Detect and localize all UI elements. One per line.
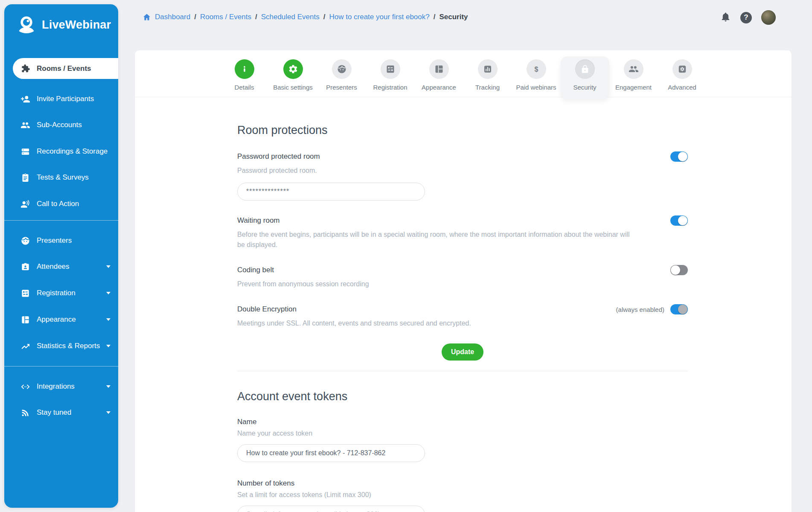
info-icon xyxy=(239,64,250,74)
storage-icon xyxy=(20,147,30,157)
field-label: Name xyxy=(237,418,688,426)
sidebar-item-label: Attendees xyxy=(37,262,70,271)
face-icon xyxy=(20,236,30,246)
sidebar-item-recordings-storage[interactable]: Recordings & Storage xyxy=(9,142,118,161)
tab-engagement[interactable]: Engagement xyxy=(609,56,658,91)
section-divider xyxy=(237,371,688,371)
sidebar-item-integrations[interactable]: Integrations xyxy=(9,377,118,396)
security-content: Room protections Password protected room… xyxy=(135,97,688,512)
setting-description: Meetings under SSL. All content, events … xyxy=(237,318,636,329)
sidebar-item-label: Sub-Accounts xyxy=(37,121,82,129)
puzzle-icon xyxy=(20,64,30,73)
breadcrumb-separator: / xyxy=(434,13,436,21)
sidebar-item-label: Invite Participants xyxy=(37,95,94,103)
bell-icon xyxy=(720,12,731,22)
trend-up-icon xyxy=(20,341,30,351)
user-avatar[interactable] xyxy=(761,10,776,25)
sidebar-item-rooms-events[interactable]: Rooms / Events xyxy=(13,58,118,79)
tab-tracking[interactable]: Tracking xyxy=(463,56,512,91)
tab-details[interactable]: Details xyxy=(220,56,269,91)
token-limit-input[interactable] xyxy=(237,506,425,512)
field-label: Number of tokens xyxy=(237,479,688,488)
sidebar-divider xyxy=(4,220,118,221)
tab-advanced[interactable]: Advanced xyxy=(658,56,707,91)
sidebar-divider xyxy=(4,366,118,367)
sidebar-item-attendees[interactable]: Attendees xyxy=(9,257,118,276)
notifications-button[interactable] xyxy=(720,12,731,24)
sidebar-item-invite-participants[interactable]: Invite Participants xyxy=(9,90,118,108)
chevron-down-icon xyxy=(106,345,111,347)
field-token-name: Name Name your access token xyxy=(237,418,688,462)
breadcrumb-link-rooms-events[interactable]: Rooms / Events xyxy=(200,13,251,21)
webcam-icon xyxy=(15,14,38,36)
settings-card: Details Basic settings Presenters Regist… xyxy=(135,50,792,512)
chevron-down-icon xyxy=(106,265,111,268)
setting-label: Password protected room xyxy=(237,152,320,161)
svg-text:$: $ xyxy=(534,66,538,73)
setting-description: Before the event begins, participants wi… xyxy=(237,230,636,250)
setting-label: Waiting room xyxy=(237,216,280,225)
sidebar-item-sub-accounts[interactable]: Sub-Accounts xyxy=(9,116,118,134)
setting-waiting-room: Waiting room Before the event begins, pa… xyxy=(237,215,688,250)
sidebar-item-appearance[interactable]: Appearance xyxy=(9,310,118,329)
livewebinar-app: LiveWebinar Rooms / Events Invite Partic… xyxy=(0,0,812,512)
setting-description: Password protected room. xyxy=(237,166,636,176)
topbar-actions: ? xyxy=(720,10,776,25)
help-button[interactable]: ? xyxy=(740,12,752,23)
setting-double-encryption: Double Encryption (always enabled) Meeti… xyxy=(237,304,688,329)
update-button[interactable]: Update xyxy=(442,343,483,361)
brand-logo[interactable]: LiveWebinar xyxy=(15,14,111,36)
tab-appearance[interactable]: Appearance xyxy=(415,56,463,91)
question-mark-icon: ? xyxy=(744,13,748,22)
field-hint: Name your access token xyxy=(237,430,688,437)
password-protected-toggle[interactable] xyxy=(670,151,688,162)
tab-registration[interactable]: Registration xyxy=(366,56,415,91)
sidebar-item-tests-surveys[interactable]: Tests & Surveys xyxy=(9,168,118,187)
sidebar-item-call-to-action[interactable]: Call to Action xyxy=(9,195,118,213)
section-title-room-protections: Room protections xyxy=(237,124,688,137)
sidebar-item-presenters[interactable]: Presenters xyxy=(9,231,118,250)
brand-name: LiveWebinar xyxy=(42,18,111,32)
tab-basic-settings[interactable]: Basic settings xyxy=(269,56,317,91)
field-hint: Set a limit for access tokens (Limit max… xyxy=(237,491,688,499)
waiting-room-toggle[interactable] xyxy=(670,215,688,226)
sidebar-item-stay-tuned[interactable]: Stay tuned xyxy=(9,403,118,422)
sidebar-item-label: Presenters xyxy=(37,236,72,245)
breadcrumb-link-scheduled-events[interactable]: Scheduled Events xyxy=(261,13,320,21)
section-title-account-event-tokens: Account event tokens xyxy=(237,390,688,403)
sidebar-item-registration[interactable]: Registration xyxy=(9,284,118,303)
sidebar-item-label: Stay tuned xyxy=(37,408,71,417)
breadcrumb-separator: / xyxy=(323,13,326,21)
form-icon xyxy=(20,288,30,298)
tab-paid-webinars[interactable]: $ Paid webinars xyxy=(512,56,561,91)
sidebar-item-label: Tests & Surveys xyxy=(37,173,89,182)
tab-security[interactable]: Security xyxy=(561,56,609,99)
room-password-input[interactable] xyxy=(237,183,425,201)
dollar-icon: $ xyxy=(531,64,541,74)
update-row: Update xyxy=(237,343,688,361)
setting-password-protected-room: Password protected room Password protect… xyxy=(237,151,688,201)
lock-icon xyxy=(580,64,590,74)
setting-coding-belt: Coding belt Prevent from anonymous sessi… xyxy=(237,265,688,289)
sidebar-item-statistics-reports[interactable]: Statistics & Reports xyxy=(9,337,118,355)
always-enabled-note: (always enabled) xyxy=(616,306,664,313)
sidebar-item-label: Statistics & Reports xyxy=(37,342,100,350)
breadcrumb-link-event[interactable]: How to create your first ebook? xyxy=(329,13,429,21)
badge-icon xyxy=(20,262,30,272)
gear-icon xyxy=(288,64,298,74)
token-name-input[interactable] xyxy=(237,444,425,462)
coding-belt-toggle[interactable] xyxy=(670,265,688,275)
tab-presenters[interactable]: Presenters xyxy=(317,56,366,91)
sidebar-item-label: Call to Action xyxy=(37,200,79,208)
sidebar-item-label: Recordings & Storage xyxy=(37,147,108,156)
settings-tabs: Details Basic settings Presenters Regist… xyxy=(135,50,792,97)
layout-icon xyxy=(434,64,444,74)
breadcrumb-link-dashboard[interactable]: Dashboard xyxy=(155,13,190,21)
setting-label: Double Encryption xyxy=(237,305,297,314)
breadcrumb: Dashboard / Rooms / Events / Scheduled E… xyxy=(143,13,468,21)
sidebar: LiveWebinar Rooms / Events Invite Partic… xyxy=(4,4,118,508)
home-icon[interactable] xyxy=(143,13,151,21)
chevron-down-icon xyxy=(106,411,111,414)
layout-icon xyxy=(20,315,30,325)
sidebar-item-label: Integrations xyxy=(37,382,75,391)
